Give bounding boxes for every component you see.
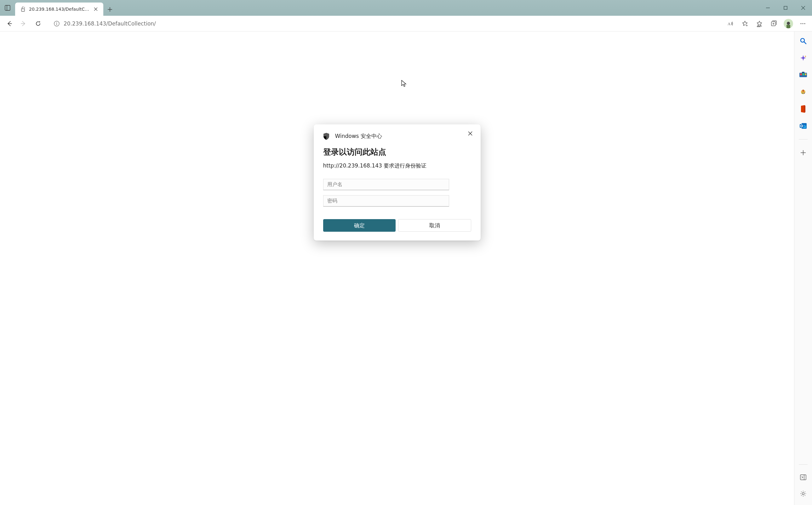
- back-button[interactable]: [3, 17, 16, 30]
- collections-button[interactable]: [767, 17, 781, 30]
- dialog-title: 登录以访问此站点: [323, 147, 471, 157]
- minimize-button[interactable]: [759, 0, 777, 16]
- read-aloud-button[interactable]: A: [724, 17, 737, 30]
- username-input[interactable]: [323, 179, 449, 190]
- office-icon[interactable]: [798, 104, 808, 114]
- svg-rect-40: [805, 73, 806, 75]
- shield-icon: [323, 133, 329, 140]
- svg-point-29: [800, 23, 801, 24]
- maximize-button[interactable]: [777, 0, 794, 16]
- svg-text:A: A: [727, 21, 731, 26]
- address-bar[interactable]: 20.239.168.143/DefaultCollection/: [49, 18, 719, 29]
- games-icon[interactable]: [798, 87, 808, 97]
- svg-point-27: [787, 22, 790, 25]
- password-input[interactable]: [323, 195, 449, 206]
- ok-button[interactable]: 确定: [323, 219, 396, 232]
- dialog-subtitle: http://20.239.168.143 要求进行身份验证: [323, 162, 471, 169]
- forward-button[interactable]: [17, 17, 30, 30]
- svg-line-35: [804, 42, 806, 44]
- collapse-sidebar-icon[interactable]: [798, 472, 808, 482]
- svg-point-15: [56, 22, 57, 22]
- browser-tab[interactable]: 20.239.168.143/DefaultCollection: [15, 3, 103, 16]
- window-controls: [759, 0, 812, 16]
- svg-point-42: [802, 93, 803, 94]
- content-wrapper: Windows 安全中心 登录以访问此站点 http://20.239.168.…: [0, 31, 812, 505]
- svg-rect-39: [803, 73, 804, 75]
- svg-rect-38: [800, 73, 802, 75]
- dialog-brand: Windows 安全中心: [335, 133, 382, 140]
- browser-toolbar: 20.239.168.143/DefaultCollection/ A: [0, 16, 812, 31]
- svg-point-52: [802, 493, 804, 495]
- add-favorite-button[interactable]: [738, 17, 752, 30]
- svg-point-30: [802, 23, 803, 24]
- close-tab-button[interactable]: [91, 5, 100, 14]
- svg-rect-28: [787, 25, 790, 28]
- svg-point-31: [804, 23, 805, 24]
- svg-point-5: [24, 8, 25, 9]
- outlook-icon[interactable]: [798, 121, 808, 131]
- profile-button[interactable]: [784, 19, 793, 28]
- site-info-icon[interactable]: [53, 20, 60, 27]
- edge-sidebar: [794, 31, 812, 505]
- title-bar: 20.239.168.143/DefaultCollection: [0, 0, 812, 16]
- auth-dialog: Windows 安全中心 登录以访问此站点 http://20.239.168.…: [314, 124, 481, 240]
- svg-rect-2: [21, 9, 25, 11]
- tab-title: 20.239.168.143/DefaultCollection: [29, 7, 90, 12]
- mouse-cursor: [401, 80, 407, 88]
- settings-menu-button[interactable]: [796, 17, 809, 30]
- sidebar-divider: [799, 139, 808, 140]
- svg-rect-11: [784, 6, 787, 9]
- close-dialog-button[interactable]: [465, 129, 475, 138]
- search-icon[interactable]: [798, 36, 808, 46]
- close-window-button[interactable]: [794, 0, 812, 16]
- discover-icon[interactable]: [798, 53, 808, 63]
- svg-rect-46: [800, 124, 804, 128]
- cancel-button[interactable]: 取消: [398, 219, 471, 232]
- sidebar-divider: [799, 464, 808, 465]
- new-tab-button[interactable]: [103, 3, 117, 16]
- refresh-button[interactable]: [31, 17, 45, 30]
- svg-point-43: [804, 93, 805, 94]
- add-sidebar-icon[interactable]: [798, 148, 808, 158]
- svg-rect-37: [802, 72, 804, 73]
- lock-warning-icon: [20, 6, 26, 12]
- url-text: 20.239.168.143/DefaultCollection/: [63, 20, 715, 27]
- favorites-button[interactable]: [753, 17, 766, 30]
- tools-icon[interactable]: [798, 70, 808, 80]
- svg-rect-0: [5, 5, 10, 10]
- page-content: Windows 安全中心 登录以访问此站点 http://20.239.168.…: [0, 31, 794, 505]
- sidebar-settings-icon[interactable]: [798, 489, 808, 499]
- tab-actions-button[interactable]: [0, 0, 15, 16]
